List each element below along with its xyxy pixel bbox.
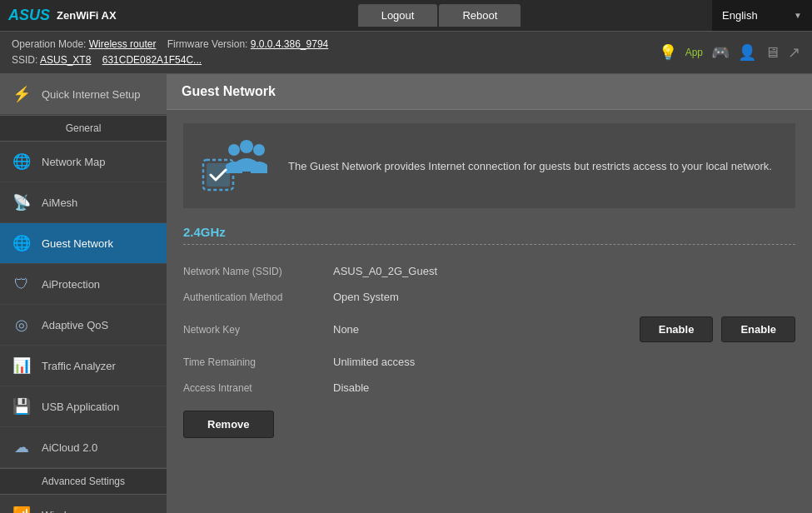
logo-area: ASUS ZenWiFi AX <box>0 7 167 24</box>
ssid-field-value: ASUS_A0_2G_Guest <box>333 265 795 277</box>
traffic-analyzer-label: Traffic Analyzer <box>42 360 116 372</box>
svg-point-0 <box>240 140 253 153</box>
usb-application-label: USB Application <box>42 401 119 413</box>
enable-button-2[interactable]: Enable <box>721 316 795 342</box>
ssid-value[interactable]: ASUS_XT8 <box>40 54 91 66</box>
sidebar-item-usb-application[interactable]: 💾 USB Application <box>0 386 167 427</box>
time-field-value: Unlimited access <box>333 356 795 368</box>
time-field-label: Time Remaining <box>183 356 333 368</box>
sidebar: ⚡ Quick Internet Setup General 🌐 Network… <box>0 74 167 513</box>
key-field-label: Network Key <box>183 324 333 336</box>
content-area: Guest Network <box>167 74 812 513</box>
sidebar-item-aimesh[interactable]: 📡 AiMesh <box>0 182 167 223</box>
monitor-icon[interactable]: 🖥 <box>765 44 780 62</box>
aicloud-label: AiCloud 2.0 <box>42 441 97 454</box>
page-title: Guest Network <box>182 84 797 99</box>
form-row-time: Time Remaining Unlimited access <box>183 349 795 375</box>
section-divider <box>183 244 795 245</box>
key-field-value: None <box>333 323 631 336</box>
person-icon[interactable]: 👤 <box>738 43 756 62</box>
quick-setup-icon: ⚡ <box>10 82 33 106</box>
sidebar-item-quick-setup[interactable]: ⚡ Quick Internet Setup <box>0 74 167 115</box>
main-layout: ⚡ Quick Internet Setup General 🌐 Network… <box>0 74 812 513</box>
quick-setup-label: Quick Internet Setup <box>42 88 141 101</box>
gamepad-icon[interactable]: 🎮 <box>711 43 730 62</box>
aimesh-icon: 📡 <box>10 191 33 214</box>
sidebar-item-traffic-analyzer[interactable]: 📊 Traffic Analyzer <box>0 346 167 386</box>
network-map-label: Network Map <box>42 156 106 168</box>
ssid-field-label: Network Name (SSID) <box>183 266 333 277</box>
remove-button[interactable]: Remove <box>183 411 274 438</box>
wireless-icon: 📶 <box>10 503 33 513</box>
guest-network-illustration <box>197 137 271 195</box>
svg-point-2 <box>228 144 240 156</box>
share-icon[interactable]: ↗ <box>788 43 800 62</box>
advanced-section-label: Advanced Settings <box>0 468 167 495</box>
chevron-down-icon: ▼ <box>794 11 802 20</box>
content-body: The Guest Network provides Internet conn… <box>167 110 812 451</box>
enable-button-1[interactable]: Enable <box>640 316 714 342</box>
sidebar-item-adaptive-qos[interactable]: ◎ Adaptive QoS <box>0 305 167 346</box>
sidebar-item-aiprotection[interactable]: 🛡 AiProtection <box>0 264 167 305</box>
sidebar-item-aicloud[interactable]: ☁ AiCloud 2.0 <box>0 427 167 468</box>
app-label[interactable]: App <box>685 47 703 58</box>
info-bar: Operation Mode: Wireless router Firmware… <box>0 32 812 74</box>
language-label: English <box>722 9 758 22</box>
band-heading: 2.4GHz <box>183 225 795 239</box>
form-row-intranet: Access Intranet Disable <box>183 375 795 401</box>
auth-field-label: Authentication Method <box>183 291 333 303</box>
sidebar-item-network-map[interactable]: 🌐 Network Map <box>0 142 167 182</box>
form-row-auth: Authentication Method Open System <box>183 284 795 310</box>
language-selector[interactable]: English ▼ <box>712 0 812 31</box>
form-row-key: Network Key None Enable Enable <box>183 310 795 349</box>
op-mode-value[interactable]: Wireless router <box>89 38 157 50</box>
aicloud-icon: ☁ <box>10 436 33 459</box>
top-nav: Logout Reboot <box>167 4 712 27</box>
sidebar-item-wireless[interactable]: 📶 Wireless <box>0 495 167 513</box>
sidebar-item-guest-network[interactable]: 🌐 Guest Network <box>0 223 167 264</box>
firmware-value[interactable]: 9.0.0.4.386_9794 <box>251 38 328 50</box>
info-icons: 💡 App 🎮 👤 🖥 ↗ <box>659 43 800 62</box>
traffic-analyzer-icon: 📊 <box>10 354 33 377</box>
logout-button[interactable]: Logout <box>358 4 438 27</box>
product-name: ZenWiFi AX <box>57 9 117 22</box>
network-form: Network Name (SSID) ASUS_A0_2G_Guest Aut… <box>183 258 795 401</box>
ssid-extra: 631CDE082A1F54C... <box>102 54 202 66</box>
usb-application-icon: 💾 <box>10 395 33 418</box>
aiprotection-icon: 🛡 <box>10 272 33 296</box>
reboot-button[interactable]: Reboot <box>439 4 521 27</box>
wireless-label: Wireless <box>42 509 83 513</box>
adaptive-qos-label: Adaptive QoS <box>42 319 108 331</box>
adaptive-qos-icon: ◎ <box>10 313 33 336</box>
description-box: The Guest Network provides Internet conn… <box>183 123 795 208</box>
op-mode-label: Operation Mode: <box>12 38 86 50</box>
ssid-label: SSID: <box>12 54 37 66</box>
network-map-icon: 🌐 <box>10 150 33 173</box>
top-bar: ASUS ZenWiFi AX Logout Reboot English ▼ <box>0 0 812 32</box>
guest-network-label: Guest Network <box>42 237 113 250</box>
asus-logo: ASUS <box>8 7 50 24</box>
lamp-icon[interactable]: 💡 <box>659 43 677 62</box>
description-text: The Guest Network provides Internet conn… <box>288 158 772 175</box>
svg-point-1 <box>253 144 265 156</box>
aiprotection-label: AiProtection <box>42 278 100 291</box>
form-row-ssid: Network Name (SSID) ASUS_A0_2G_Guest <box>183 258 795 284</box>
general-section-label: General <box>0 115 167 142</box>
content-header: Guest Network <box>167 74 812 110</box>
firmware-label: Firmware Version: <box>167 38 248 50</box>
guest-network-icon: 🌐 <box>10 232 33 255</box>
intranet-field-value: Disable <box>333 381 795 394</box>
auth-field-value: Open System <box>333 291 795 303</box>
intranet-field-label: Access Intranet <box>183 382 333 394</box>
aimesh-label: AiMesh <box>42 197 77 209</box>
info-text: Operation Mode: Wireless router Firmware… <box>12 37 328 68</box>
